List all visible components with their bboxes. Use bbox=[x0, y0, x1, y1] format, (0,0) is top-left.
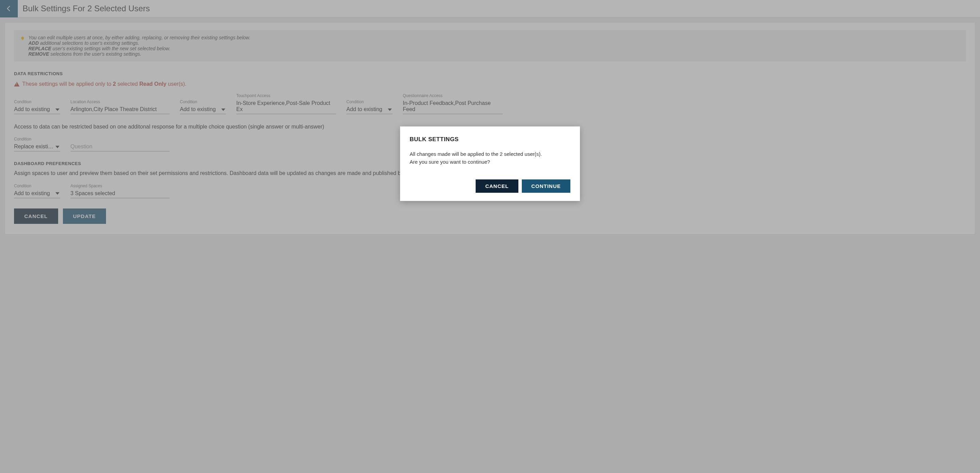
modal-continue-button[interactable]: CONTINUE bbox=[522, 179, 570, 193]
modal-button-row: CANCEL CONTINUE bbox=[410, 179, 570, 193]
bulk-settings-modal: BULK SETTINGS All changes made will be a… bbox=[400, 127, 580, 201]
modal-body-line2: Are you sure you want to continue? bbox=[410, 158, 570, 166]
modal-overlay[interactable]: BULK SETTINGS All changes made will be a… bbox=[0, 0, 980, 239]
modal-cancel-button[interactable]: CANCEL bbox=[476, 179, 519, 193]
modal-title: BULK SETTINGS bbox=[410, 136, 570, 143]
modal-body-line1: All changes made will be applied to the … bbox=[410, 150, 570, 158]
modal-body: All changes made will be applied to the … bbox=[410, 150, 570, 166]
